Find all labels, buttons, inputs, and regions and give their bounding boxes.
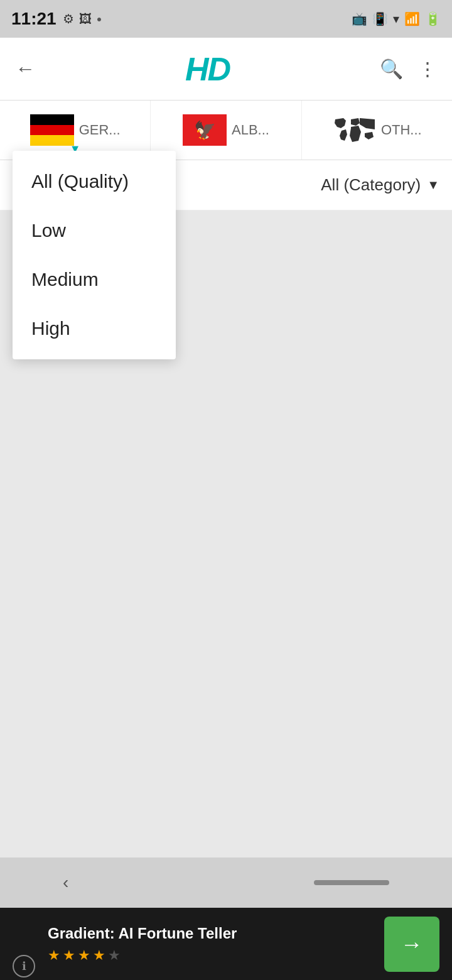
app-logo: HD — [185, 50, 230, 88]
dropdown-item-all-quality[interactable]: All (Quality) — [13, 157, 176, 206]
bottom-nav: ‹ — [0, 858, 452, 908]
ad-banner: ℹ Gradient: AI Fortune Teller ★ ★ ★ ★ ★ … — [0, 908, 452, 980]
nav-home-pill[interactable] — [314, 880, 389, 885]
back-button[interactable]: ← — [15, 57, 35, 80]
dropdown-item-low[interactable]: Low — [13, 206, 176, 255]
star-3: ★ — [78, 947, 90, 964]
flag-world — [332, 114, 376, 146]
star-4: ★ — [93, 947, 105, 964]
ad-title: Gradient: AI Fortune Teller — [48, 925, 372, 942]
star-5: ★ — [108, 947, 121, 964]
ad-info-icon[interactable]: ℹ — [13, 955, 35, 977]
ad-content: Gradient: AI Fortune Teller ★ ★ ★ ★ ★ — [48, 925, 372, 964]
status-time: 11:21 — [11, 9, 56, 29]
category-filter-label: All (Category) — [321, 175, 421, 195]
app-bar: ← HD 🔍 ⋮ — [0, 38, 452, 101]
dropdown-item-high[interactable]: High — [13, 304, 176, 353]
tab-albania-label: ALB... — [232, 122, 269, 138]
cast-icon: 📺 — [352, 11, 367, 26]
star-2: ★ — [63, 947, 75, 964]
flag-germany — [30, 114, 74, 146]
tab-other[interactable]: OTH... — [302, 101, 452, 160]
status-bar: 11:21 ⚙ 🖼 ● 📺 📳 ▾ 📶 🔋 — [0, 0, 452, 38]
ad-stars: ★ ★ ★ ★ ★ — [48, 947, 372, 964]
category-chevron-icon: ▼ — [427, 178, 439, 192]
albania-eagle-icon: 🦅 — [194, 120, 216, 141]
quality-dropdown-menu: All (Quality) Low Medium High — [13, 151, 176, 359]
category-filter-button[interactable]: All (Category) ▼ — [321, 175, 439, 195]
app-bar-actions: 🔍 ⋮ — [380, 58, 437, 80]
tab-germany-label: GER... — [79, 122, 121, 138]
status-icons: ⚙ 🖼 ● — [63, 11, 102, 26]
battery-icon: 🔋 — [425, 11, 441, 26]
dropdown-item-medium[interactable]: Medium — [13, 255, 176, 304]
tab-other-label: OTH... — [381, 122, 422, 138]
ad-arrow-icon: → — [401, 931, 423, 957]
more-options-icon[interactable]: ⋮ — [418, 58, 437, 80]
vibrate-icon: 📳 — [372, 11, 388, 26]
world-map-icon — [332, 114, 376, 146]
flag-albania: 🦅 — [183, 114, 227, 146]
dot-icon: ● — [97, 14, 102, 24]
flag-stripe-yellow — [30, 135, 74, 146]
search-icon[interactable]: 🔍 — [380, 58, 403, 80]
signal-icon: ▾ — [393, 11, 399, 26]
star-1: ★ — [48, 947, 60, 964]
ad-action-button[interactable]: → — [384, 917, 439, 972]
info-symbol: ℹ — [22, 959, 26, 973]
flag-stripe-black — [30, 114, 74, 125]
wifi-icon: 📶 — [404, 11, 420, 26]
settings-icon: ⚙ — [63, 11, 74, 26]
status-bar-right: 📺 📳 ▾ 📶 🔋 — [352, 11, 441, 26]
image-icon: 🖼 — [79, 12, 92, 26]
logo-text: HD — [185, 51, 230, 87]
nav-back-button[interactable]: ‹ — [63, 873, 68, 893]
flag-stripe-red — [30, 125, 74, 136]
status-bar-left: 11:21 ⚙ 🖼 ● — [11, 9, 102, 29]
